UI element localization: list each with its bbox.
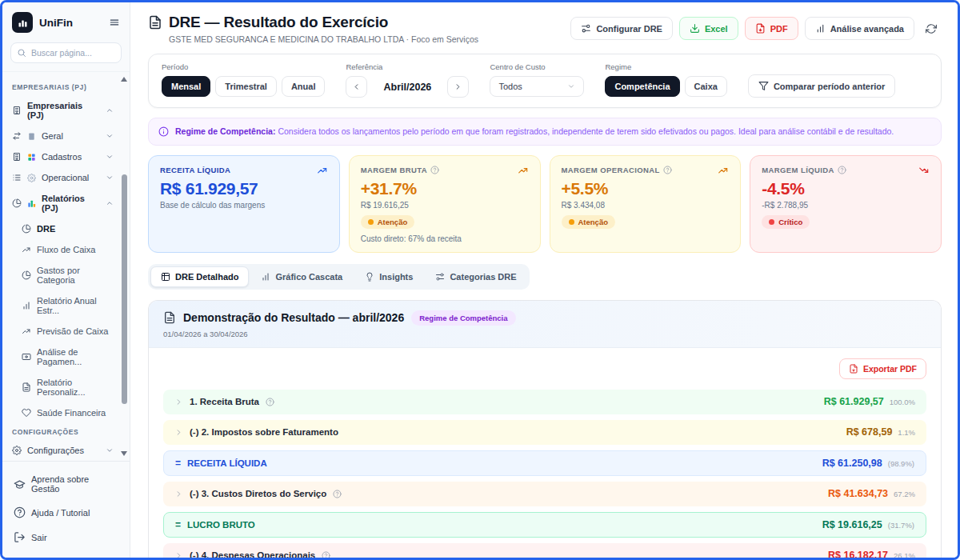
filter-bar: Período Mensal Trimestral Anual Referênc… <box>148 54 942 108</box>
periodo-mensal-button[interactable]: Mensal <box>162 76 210 97</box>
chevron-right-icon <box>174 398 183 406</box>
periodo-trimestral-button[interactable]: Trimestral <box>215 76 277 97</box>
regime-caixa-button[interactable]: Caixa <box>685 76 727 97</box>
help-circle-icon[interactable] <box>430 166 439 174</box>
document-icon <box>148 15 162 30</box>
help-circle-icon[interactable] <box>322 551 330 558</box>
sidebar-item-label: Relatório Personaliz... <box>37 378 114 397</box>
main-content: DRE — Resultado do Exercício GSTE MED SE… <box>130 2 958 558</box>
scrollbar-thumb[interactable] <box>122 174 127 404</box>
excel-export-button[interactable]: Excel <box>679 17 738 40</box>
dre-row-custos-diretos[interactable]: (-) 3. Custos Diretos do Serviço R$ 41.6… <box>163 482 926 506</box>
sidebar-item-relatorio-personalizado[interactable]: Relatório Personaliz... <box>20 372 115 402</box>
pdf-export-button[interactable]: PDF <box>745 17 798 40</box>
scrollbar-down-arrow[interactable] <box>121 451 127 456</box>
banner-title: Regime de Competência: <box>175 126 275 136</box>
exportar-pdf-button[interactable]: Exportar PDF <box>839 358 926 379</box>
list-icon <box>12 173 22 182</box>
sidebar-item-relatorios[interactable]: Relatórios (PJ) <box>10 188 115 218</box>
periodo-group: Período Mensal Trimestral Anual <box>162 62 325 98</box>
sidebar-item-aprenda[interactable]: Aprenda sobre Gestão <box>12 468 120 500</box>
sidebar-item-relatorio-anual[interactable]: Relatório Anual Estr... <box>20 290 115 321</box>
statement-header: Demonstração do Resultado — abril/2026 R… <box>149 301 941 348</box>
help-circle-icon[interactable] <box>663 166 672 174</box>
sidebar-item-dre[interactable]: DRE <box>20 218 115 239</box>
kpi-subtext: Base de cálculo das margens <box>160 201 328 210</box>
sidebar-item-previsao-de-caixa[interactable]: Previsão de Caixa <box>20 321 115 342</box>
trending-up-icon <box>22 245 31 254</box>
funnel-icon <box>758 81 769 91</box>
centro-custo-select[interactable]: Todos <box>490 76 584 97</box>
exportar-pdf-label: Exportar PDF <box>863 364 917 374</box>
dre-row-value: R$ 61.250,98 <box>822 458 882 469</box>
dre-row-impostos[interactable]: (-) 2. Impostos sobre Faturamento R$ 678… <box>163 420 926 445</box>
analise-label: Análise avançada <box>830 24 904 34</box>
previous-period-button[interactable] <box>346 76 367 98</box>
kpi-label-text: MARGEM OPERACIONAL <box>562 166 660 174</box>
view-tabs: DRE Detalhado Gráfico Cascata Insights C… <box>148 264 530 290</box>
sidebar-scrollbar[interactable] <box>121 75 128 458</box>
regime-competencia-button[interactable]: Competência <box>605 76 679 97</box>
kpi-label-text: MARGEM BRUTA <box>361 166 427 174</box>
tab-insights[interactable]: Insights <box>354 266 423 287</box>
referencia-label: Referência <box>346 62 469 71</box>
periodo-anual-button[interactable]: Anual <box>282 76 326 97</box>
scrollbar-up-arrow[interactable] <box>121 77 127 82</box>
amber-dot-icon <box>569 219 574 225</box>
dre-row-value: R$ 61.929,57 <box>824 396 884 407</box>
colored-squares-icon <box>27 153 36 162</box>
sidebar-header: UniFin <box>2 2 130 41</box>
lightbulb-icon <box>365 272 374 282</box>
trending-up-icon <box>518 165 529 176</box>
sidebar-item-operacional[interactable]: Operacional <box>10 167 115 188</box>
tab-grafico-cascata[interactable]: Gráfico Cascata <box>250 266 353 287</box>
sidebar-item-ajuda[interactable]: Ajuda / Tutorial <box>12 500 120 525</box>
equals-sign: = <box>175 458 181 469</box>
sidebar-item-configuracoes[interactable]: Configurações <box>10 440 115 461</box>
sidebar-item-label: Previsão de Caixa <box>37 326 108 336</box>
tab-dre-detalhado[interactable]: DRE Detalhado <box>150 266 249 287</box>
app-window: UniFin EMPRESARIAIS (PJ) Empresariais (P… <box>0 0 960 560</box>
chevron-down-icon <box>106 132 114 140</box>
sidebar-item-cadastros[interactable]: Cadastros <box>10 146 115 167</box>
unifin-logo <box>12 12 33 33</box>
sidebar-item-gastos-por-categoria[interactable]: Gastos por Categoria <box>20 260 115 290</box>
dre-row-receita-bruta[interactable]: 1. Receita Bruta R$ 61.929,57 100.0% <box>163 390 926 414</box>
refresh-button[interactable] <box>921 18 942 39</box>
download-icon <box>690 23 700 34</box>
card-mini-icon <box>27 132 36 141</box>
help-circle-icon[interactable] <box>266 398 274 406</box>
tab-categorias-dre[interactable]: Categorias DRE <box>425 266 526 287</box>
chevron-left-icon <box>352 82 361 91</box>
banner-text: Regime de Competência: Considera todos o… <box>175 126 894 138</box>
sidebar-item-sair[interactable]: Sair <box>12 525 120 550</box>
sidebar-item-label: Operacional <box>42 173 89 182</box>
hamburger-menu-icon[interactable] <box>109 17 120 28</box>
analise-avancada-button[interactable]: Análise avançada <box>805 17 914 40</box>
trending-up-icon <box>718 165 729 176</box>
excel-label: Excel <box>705 24 728 34</box>
trending-down-icon <box>918 165 930 176</box>
column-chart-icon <box>815 23 826 34</box>
statement-title: Demonstração do Resultado — abril/2026 <box>183 311 404 324</box>
sidebar-item-empresariais[interactable]: Empresariais (PJ) <box>10 95 115 126</box>
help-circle-icon[interactable] <box>333 490 342 498</box>
chevron-down-icon <box>567 82 575 90</box>
bar-chart-logo-icon <box>17 17 29 29</box>
comparar-periodo-button[interactable]: Comparar período anterior <box>748 74 895 98</box>
banner-body: Considera todos os lançamentos pelo perí… <box>278 126 894 136</box>
dre-statement-card: Demonstração do Resultado — abril/2026 R… <box>148 300 942 558</box>
sidebar-item-fluxo-de-caixa[interactable]: Fluxo de Caixa <box>20 239 115 260</box>
search-input[interactable] <box>10 42 122 63</box>
sidebar-item-saude-financeira[interactable]: Saúde Financeira <box>20 402 115 423</box>
dre-row-despesas-operacionais[interactable]: (-) 4. Despesas Operacionais R$ 16.182,1… <box>163 543 926 558</box>
dre-row-label: (-) 4. Despesas Operacionais <box>190 550 315 558</box>
sidebar-item-analise-pagamentos[interactable]: Análise de Pagamen... <box>20 342 115 372</box>
section-label-pj: EMPRESARIAIS (PJ) <box>12 83 115 91</box>
sidebar-item-label: Aprenda sobre Gestão <box>31 474 118 494</box>
configurar-dre-button[interactable]: Configurar DRE <box>570 17 673 40</box>
next-period-button[interactable] <box>447 76 469 98</box>
help-circle-icon[interactable] <box>838 166 846 174</box>
kpi-receita-liquida: RECEITA LÍQUIDA R$ 61.929,57 Base de cál… <box>148 155 340 253</box>
sidebar-item-geral[interactable]: Geral <box>10 126 115 146</box>
